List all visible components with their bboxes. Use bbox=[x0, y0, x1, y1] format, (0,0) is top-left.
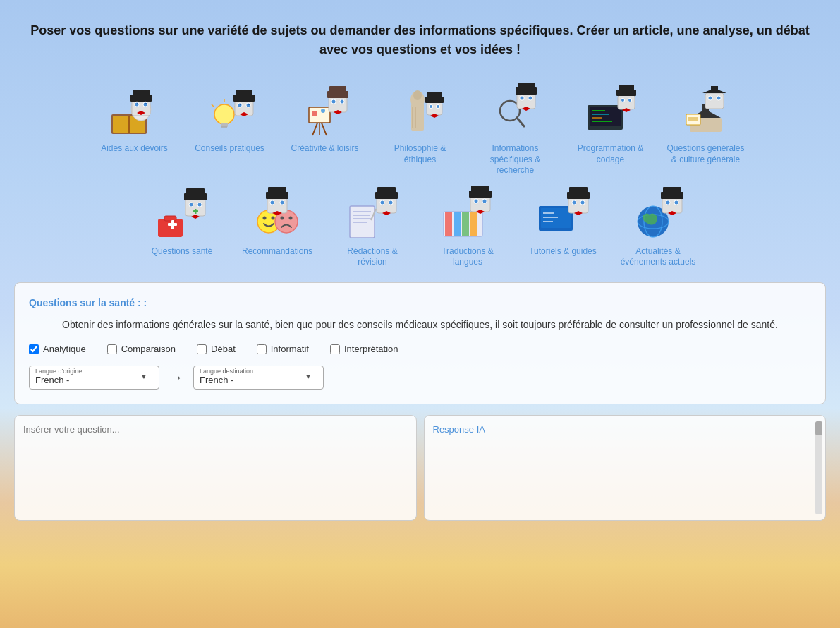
svg-point-55 bbox=[437, 105, 439, 108]
svg-rect-73 bbox=[618, 95, 635, 109]
category-programmation-codage[interactable]: Programmation & codage bbox=[570, 80, 651, 176]
checkbox-debat-label: Débat bbox=[211, 344, 236, 354]
informations-recherche-label: Informations spécifiques & recherche bbox=[475, 143, 556, 176]
checkbox-informatif-label: Informatif bbox=[271, 344, 309, 354]
philosophie-ethiques-label: Philosophie & éthiques bbox=[379, 143, 461, 165]
checkbox-informatif-input[interactable] bbox=[257, 344, 267, 354]
svg-point-54 bbox=[430, 105, 432, 108]
svg-point-79 bbox=[628, 99, 631, 102]
svg-rect-115 bbox=[266, 192, 288, 199]
svg-point-78 bbox=[621, 99, 624, 102]
lang-dest-select[interactable]: French - English - Spanish - German - bbox=[200, 369, 317, 385]
svg-point-35 bbox=[321, 109, 325, 113]
svg-rect-59 bbox=[517, 93, 535, 109]
svg-point-11 bbox=[137, 103, 138, 104]
svg-point-103 bbox=[189, 203, 193, 207]
svg-rect-68 bbox=[590, 107, 621, 126]
category-actualites-evenements[interactable]: Actualités & événements actuels bbox=[618, 183, 699, 268]
checkbox-debat-input[interactable] bbox=[197, 344, 207, 354]
questions-sante-icon bbox=[150, 183, 214, 243]
checkbox-analytique-label: Analytique bbox=[43, 344, 86, 354]
actualites-evenements-label: Actualités & événements actuels bbox=[618, 246, 699, 268]
question-panel bbox=[14, 415, 417, 521]
icons-row-1: Aides aux devoirs bbox=[14, 80, 826, 176]
svg-rect-51 bbox=[427, 92, 442, 97]
category-aides-devoirs[interactable]: Aides aux devoirs bbox=[94, 80, 175, 176]
svg-rect-141 bbox=[470, 196, 490, 212]
traductions-langues-label: Traductions & langues bbox=[427, 246, 509, 268]
creativite-loisirs-icon bbox=[293, 80, 357, 140]
category-tutoriels-guides[interactable]: Tutoriels & guides bbox=[523, 183, 604, 268]
svg-rect-156 bbox=[569, 187, 588, 193]
recommandations-icon bbox=[245, 183, 309, 243]
checkbox-debat[interactable]: Débat bbox=[197, 344, 236, 354]
scroll-thumb bbox=[815, 421, 822, 435]
category-conseils-pratiques[interactable]: Conseils pratiques bbox=[189, 80, 270, 176]
svg-rect-97 bbox=[171, 220, 174, 229]
svg-point-65 bbox=[529, 96, 532, 99]
actualites-evenements-icon bbox=[626, 183, 690, 243]
conseils-pratiques-icon bbox=[198, 80, 262, 140]
conseils-pratiques-label: Conseils pratiques bbox=[195, 143, 264, 155]
checkbox-comparaison-input[interactable] bbox=[107, 344, 117, 354]
category-redactions-revision[interactable]: Rédactions & révision bbox=[332, 183, 413, 268]
svg-rect-95 bbox=[164, 216, 176, 221]
checkbox-interpretation[interactable]: Interprétation bbox=[330, 344, 398, 354]
svg-rect-94 bbox=[158, 219, 183, 237]
svg-point-46 bbox=[413, 90, 422, 100]
svg-point-9 bbox=[135, 102, 139, 106]
svg-rect-38 bbox=[329, 86, 346, 92]
bottom-section: Response IA bbox=[14, 415, 826, 521]
svg-rect-6 bbox=[133, 90, 150, 96]
programmation-codage-label: Programmation & codage bbox=[570, 143, 651, 165]
category-traductions-langues[interactable]: Traductions & langues bbox=[427, 183, 509, 268]
svg-point-26 bbox=[247, 103, 250, 107]
svg-rect-86 bbox=[711, 86, 718, 90]
svg-rect-143 bbox=[471, 186, 489, 191]
checkbox-interpretation-label: Interprétation bbox=[344, 344, 398, 354]
svg-rect-138 bbox=[454, 212, 461, 236]
category-questions-sante[interactable]: Questions santé bbox=[142, 183, 223, 268]
lang-source-select[interactable]: French - English - Spanish - German - bbox=[35, 369, 153, 385]
svg-rect-74 bbox=[616, 90, 636, 96]
svg-rect-139 bbox=[462, 212, 469, 236]
svg-point-42 bbox=[341, 99, 344, 103]
checkbox-informatif[interactable]: Informatif bbox=[257, 344, 309, 354]
svg-rect-114 bbox=[267, 198, 287, 213]
svg-rect-49 bbox=[427, 102, 442, 115]
svg-point-89 bbox=[709, 96, 712, 99]
svg-point-109 bbox=[262, 217, 266, 220]
checkbox-analytique-input[interactable] bbox=[29, 344, 39, 354]
category-creativite-loisirs[interactable]: Créativité & loisirs bbox=[284, 80, 365, 176]
svg-point-160 bbox=[580, 201, 584, 205]
category-recommandations[interactable]: Recommandations bbox=[237, 183, 318, 268]
checkbox-analytique[interactable]: Analytique bbox=[29, 344, 86, 354]
tutoriels-guides-label: Tutoriels & guides bbox=[529, 246, 597, 258]
svg-point-10 bbox=[144, 102, 147, 106]
svg-rect-155 bbox=[567, 192, 590, 199]
svg-point-147 bbox=[482, 200, 486, 203]
category-questions-generales[interactable]: Questions générales & culture générale bbox=[665, 80, 746, 176]
svg-rect-167 bbox=[663, 187, 681, 193]
panel-title: Questions sur la santé : : bbox=[29, 297, 811, 308]
lang-dest-wrapper: French - English - Spanish - German - ▼ bbox=[200, 369, 317, 386]
questions-generales-icon bbox=[674, 80, 738, 140]
svg-rect-116 bbox=[268, 187, 286, 193]
aides-devoirs-icon bbox=[103, 80, 166, 140]
svg-rect-61 bbox=[518, 83, 535, 88]
category-informations-recherche[interactable]: Informations spécifiques & recherche bbox=[475, 80, 556, 176]
checkbox-comparaison-label: Comparaison bbox=[121, 344, 176, 354]
svg-point-120 bbox=[280, 201, 284, 205]
svg-point-41 bbox=[332, 99, 336, 103]
scroll-indicator[interactable] bbox=[815, 421, 822, 514]
question-textarea[interactable] bbox=[23, 424, 408, 502]
svg-line-58 bbox=[517, 118, 524, 126]
svg-rect-165 bbox=[662, 198, 682, 213]
svg-point-12 bbox=[145, 103, 147, 104]
svg-point-171 bbox=[674, 201, 678, 205]
svg-point-14 bbox=[214, 104, 234, 124]
category-philosophie-ethiques[interactable]: Philosophie & éthiques bbox=[379, 80, 461, 176]
checkbox-comparaison[interactable]: Comparaison bbox=[107, 344, 176, 354]
language-row: Langue d'origine French - English - Span… bbox=[29, 366, 811, 390]
checkbox-interpretation-input[interactable] bbox=[330, 344, 340, 354]
